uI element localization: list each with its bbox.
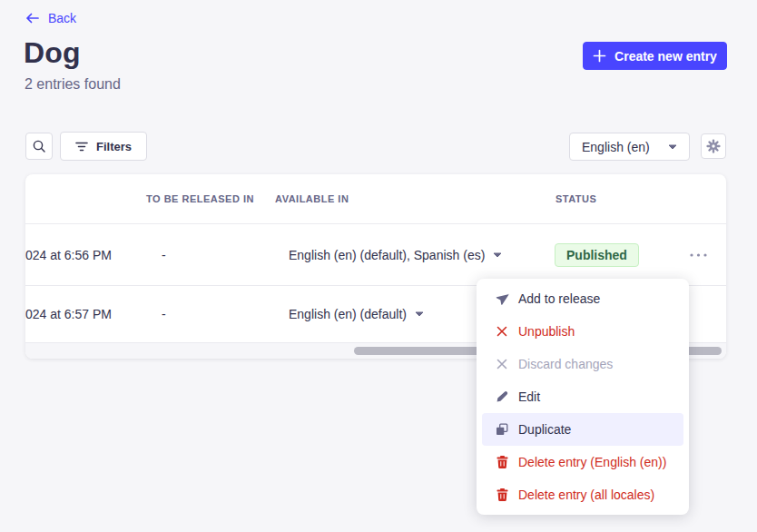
updated-at-cell: 024 at 6:56 PM: [25, 248, 112, 262]
gear-icon: [706, 139, 721, 153]
menu-item-label: Duplicate: [518, 422, 571, 437]
available-in-cell[interactable]: English (en) (default), Spanish (es): [289, 248, 502, 262]
caret-down-icon: [668, 144, 677, 150]
back-arrow-icon: [25, 13, 39, 24]
row-actions-button[interactable]: [686, 248, 711, 262]
settings-button[interactable]: [701, 133, 726, 159]
column-header-available-in: AVAILABLE IN: [275, 193, 349, 204]
ellipsis-icon: [690, 253, 707, 257]
filter-icon: [75, 142, 88, 152]
updated-at-cell: 024 at 6:57 PM: [25, 307, 112, 321]
filters-button[interactable]: Filters: [60, 132, 147, 161]
to-be-released-in-cell: -: [162, 307, 166, 321]
to-be-released-in-cell: -: [162, 248, 166, 262]
menu-item-label: Delete entry (all locales): [518, 488, 654, 502]
row-context-menu: Add to release Unpublish Discard changes…: [477, 279, 689, 515]
column-header-to-be-released-in: TO BE RELEASED IN: [146, 193, 254, 204]
duplicate-icon: [495, 423, 509, 436]
caret-down-icon: [493, 252, 502, 258]
filters-label: Filters: [96, 140, 132, 153]
available-in-value: English (en) (default), Spanish (es): [289, 248, 485, 262]
menu-item-label: Edit: [518, 389, 540, 404]
menu-item-edit[interactable]: Edit: [482, 380, 683, 413]
column-header-status: STATUS: [555, 193, 596, 204]
locale-selected-value: English (en): [582, 140, 650, 154]
paper-plane-icon: [495, 292, 509, 306]
trash-icon: [495, 488, 509, 501]
cross-icon: [495, 359, 509, 369]
available-in-value: English (en) (default): [289, 307, 407, 321]
back-label: Back: [48, 11, 76, 25]
menu-item-label: Delete entry (English (en)): [518, 455, 666, 469]
locale-select[interactable]: English (en): [569, 133, 690, 161]
caret-down-icon: [415, 311, 424, 317]
entries-count: 2 entries found: [25, 76, 121, 93]
menu-item-label: Add to release: [518, 291, 600, 306]
menu-item-label: Discard changes: [518, 357, 613, 371]
menu-item-discard-changes[interactable]: Discard changes: [482, 348, 683, 380]
back-link[interactable]: Back: [25, 11, 76, 25]
menu-item-add-to-release[interactable]: Add to release: [482, 282, 683, 315]
menu-item-delete-entry-locale[interactable]: Delete entry (English (en)): [482, 446, 683, 478]
menu-item-duplicate[interactable]: Duplicate: [482, 413, 683, 446]
cross-icon: [495, 326, 509, 337]
table-row[interactable]: 024 at 6:56 PM - English (en) (default),…: [25, 224, 726, 286]
menu-item-unpublish[interactable]: Unpublish: [482, 315, 683, 348]
search-icon: [32, 139, 46, 153]
pencil-icon: [495, 390, 509, 403]
available-in-cell[interactable]: English (en) (default): [289, 307, 424, 321]
menu-item-label: Unpublish: [518, 324, 575, 339]
plus-icon: [593, 49, 606, 63]
page-title: Dog: [24, 36, 81, 70]
trash-icon: [495, 456, 509, 468]
table-header-row: TO BE RELEASED IN AVAILABLE IN STATUS: [25, 174, 726, 224]
create-new-entry-label: Create new entry: [614, 49, 717, 64]
menu-item-delete-entry-all-locales[interactable]: Delete entry (all locales): [482, 478, 683, 511]
status-badge: Published: [555, 243, 639, 267]
search-button[interactable]: [25, 133, 53, 160]
create-new-entry-button[interactable]: Create new entry: [583, 42, 727, 70]
